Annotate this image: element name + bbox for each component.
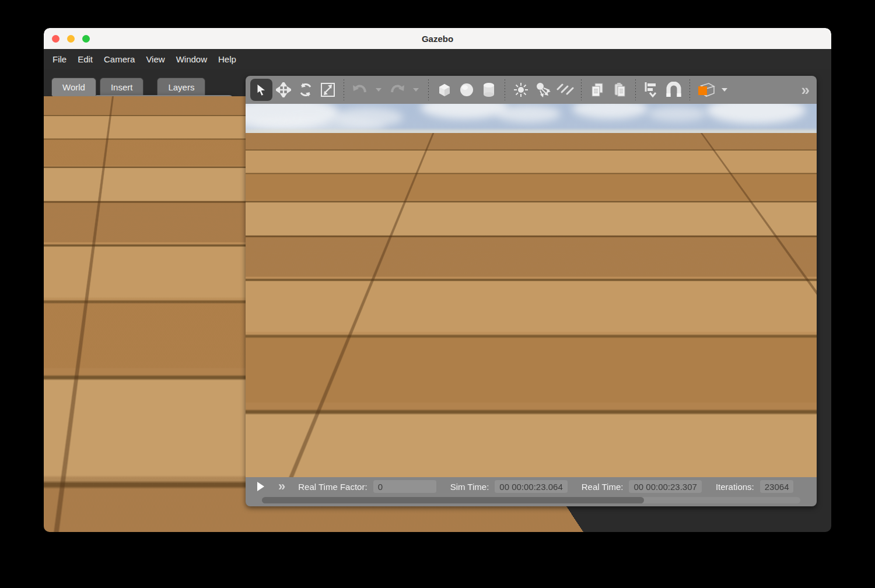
tree-item-links[interactable]: LINKS <box>52 192 233 206</box>
undo-history-caret-icon[interactable] <box>376 88 382 92</box>
value-column-header: Value <box>144 243 169 252</box>
render-toolbar: » <box>246 76 817 104</box>
section-magnetic-field[interactable]: magnetic field <box>55 323 231 335</box>
insert-cylinder-button[interactable] <box>478 79 500 101</box>
toolbar-separator <box>344 79 344 100</box>
translate-tool-button[interactable] <box>272 79 295 101</box>
directional-light-button[interactable] <box>554 79 576 101</box>
toolbar-separator <box>428 79 429 100</box>
tab-insert[interactable]: Insert <box>100 78 144 96</box>
collapsed-caret-icon[interactable] <box>63 326 68 332</box>
align-icon <box>643 81 660 99</box>
close-button[interactable] <box>52 35 60 43</box>
scene-tree: GUI Scene Spherical Coordinates Physics … <box>52 99 233 236</box>
align-tool-button[interactable] <box>640 79 663 101</box>
cloud <box>648 106 706 121</box>
collapsed-caret-icon[interactable] <box>63 311 68 318</box>
paste-button[interactable] <box>608 79 631 101</box>
3d-viewport[interactable] <box>246 104 817 477</box>
cloud <box>572 104 648 119</box>
toolbar-separator <box>505 79 505 100</box>
property-row-real-time-update[interactable]: real time update... 1 000.000000 <box>55 282 231 294</box>
scale-tool-button[interactable] <box>317 79 339 101</box>
cloud <box>706 104 806 124</box>
menu-edit[interactable]: Edit <box>78 54 93 64</box>
section-solver[interactable]: solver <box>55 338 231 349</box>
menu-help[interactable]: Help <box>218 54 236 64</box>
menu-window[interactable]: Window <box>176 54 207 64</box>
menu-camera[interactable]: Camera <box>104 54 135 64</box>
titlebar: Gazebo <box>44 28 831 49</box>
empty-row <box>58 440 228 455</box>
rotate-icon <box>298 82 313 97</box>
tree-item-link[interactable]: link <box>52 206 233 219</box>
real-time-label: Real Time: <box>582 482 624 492</box>
property-table-header: Property Value <box>55 240 231 254</box>
collapsed-caret-icon[interactable] <box>63 340 68 347</box>
iterations-value: 23064 <box>760 480 794 493</box>
point-light-button[interactable] <box>510 79 532 101</box>
world-panel: GUI Scene Spherical Coordinates Physics … <box>52 95 233 506</box>
tab-layers[interactable]: Layers <box>157 78 205 96</box>
panel-horizontal-scrollbar[interactable] <box>59 499 227 503</box>
real-time-factor-value: 0 <box>373 480 436 493</box>
quadcopter-model <box>479 243 585 294</box>
collapsed-caret-icon[interactable] <box>63 355 68 362</box>
enable-physics-checkbox[interactable]: ✓ <box>148 270 158 279</box>
tab-world[interactable]: World <box>51 78 96 96</box>
splitter-handle[interactable] <box>141 235 145 239</box>
real-time-factor-label: Real Time Factor: <box>298 482 367 492</box>
tree-scrollbar[interactable] <box>226 123 231 185</box>
select-tool-button[interactable] <box>250 79 272 101</box>
redo-button[interactable] <box>386 79 408 101</box>
sim-time-label: Sim Time: <box>450 482 489 492</box>
iterations-label: Iterations: <box>716 482 754 492</box>
copy-button[interactable] <box>586 79 608 101</box>
minimize-button[interactable] <box>67 35 75 43</box>
property-row-physics-engine[interactable]: physics engine ODE <box>55 255 231 267</box>
toolbar-overflow-button[interactable]: » <box>802 82 808 97</box>
undo-button[interactable] <box>349 79 371 101</box>
cloud <box>421 104 508 119</box>
select-arrow-icon <box>254 83 268 97</box>
insert-sphere-button[interactable] <box>456 79 478 101</box>
horizontal-scrollbar-track[interactable] <box>262 497 800 503</box>
drone-shadow <box>459 384 593 451</box>
sphere-icon <box>459 82 475 98</box>
undo-icon <box>352 83 368 97</box>
menu-view[interactable]: View <box>146 54 164 64</box>
zoom-button[interactable] <box>82 35 90 43</box>
empty-row <box>58 380 228 396</box>
statusbar-expand-button[interactable]: » <box>278 481 284 492</box>
menu-file[interactable]: File <box>52 54 66 64</box>
insert-box-button[interactable] <box>433 79 456 101</box>
property-column-header: Property <box>55 243 144 252</box>
property-row-max-step-size[interactable]: max step size 0.001000 <box>55 295 231 307</box>
play-button[interactable] <box>257 482 264 491</box>
toolbar-separator <box>635 79 636 100</box>
point-light-icon <box>513 82 529 98</box>
redo-history-caret-icon[interactable] <box>413 88 419 92</box>
real-time-value: 00 00:00:23.307 <box>629 480 701 493</box>
spot-light-icon <box>535 82 551 98</box>
section-constraints[interactable]: constraints <box>55 352 231 364</box>
scale-icon <box>320 82 335 97</box>
snap-tool-button[interactable] <box>663 79 685 101</box>
view-angle-caret-icon[interactable] <box>722 88 727 92</box>
viewport-scroll-row <box>246 496 817 506</box>
directional-light-icon <box>556 82 574 97</box>
section-gravity[interactable]: gravity <box>55 309 231 320</box>
view-angle-button[interactable] <box>695 79 717 101</box>
spot-light-button[interactable] <box>532 79 554 101</box>
property-row-enable-physics[interactable]: enable physics ✓ True <box>55 268 231 281</box>
cloud <box>496 105 561 123</box>
translate-icon <box>276 82 291 97</box>
render-panel: » <box>246 76 817 506</box>
sim-time-value: 00 00:00:23.064 <box>495 480 567 493</box>
rotate-tool-button[interactable] <box>295 79 317 101</box>
simulation-statusbar: » Real Time Factor: 0 Sim Time: 00 00:00… <box>246 477 817 496</box>
horizontal-scrollbar-thumb[interactable] <box>262 497 644 503</box>
box-icon <box>436 82 453 98</box>
magnet-icon <box>665 82 682 98</box>
window-title: Gazebo <box>44 34 831 44</box>
